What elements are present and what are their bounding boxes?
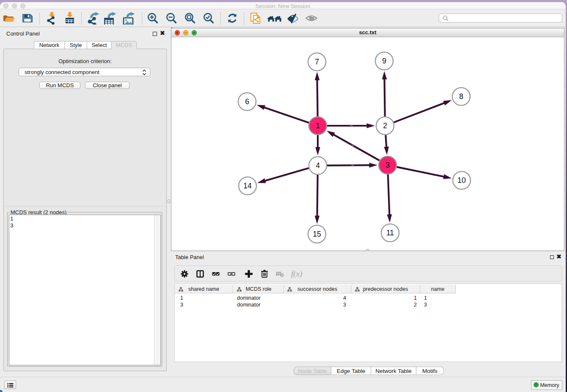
svg-text:3: 3 xyxy=(385,161,390,169)
svg-text:1: 1 xyxy=(316,121,320,130)
svg-text:14: 14 xyxy=(243,182,252,190)
svg-text:10: 10 xyxy=(457,176,466,185)
svg-text:8: 8 xyxy=(459,92,463,101)
svg-text:15: 15 xyxy=(313,230,321,238)
svg-text:7: 7 xyxy=(315,58,319,66)
svg-text:6: 6 xyxy=(245,97,249,106)
svg-text:4: 4 xyxy=(316,161,320,170)
svg-text:11: 11 xyxy=(386,229,394,237)
svg-text:2: 2 xyxy=(383,121,387,130)
svg-text:9: 9 xyxy=(382,57,386,65)
